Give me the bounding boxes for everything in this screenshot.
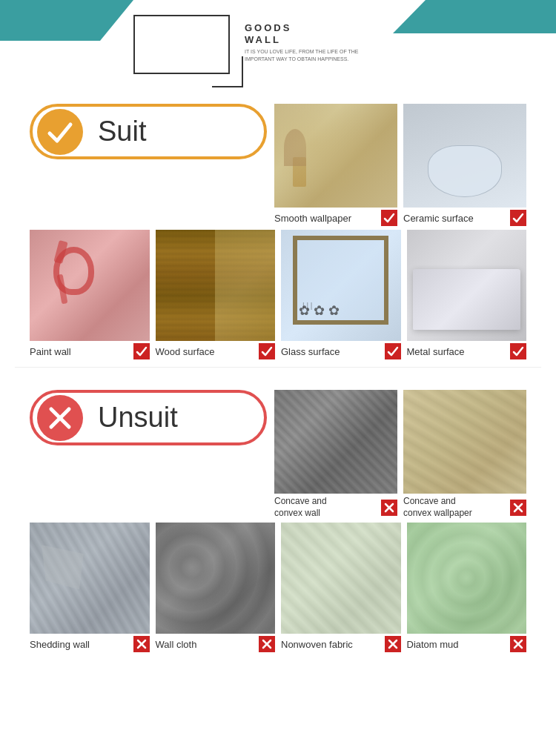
ceramic-surface-check (510, 210, 526, 226)
paint-wall-label: Paint wall (30, 346, 71, 357)
unsuit-cross-icon (37, 395, 83, 441)
suit-label: Suit (98, 116, 146, 147)
image-item-metal-surface: Metal surface (407, 230, 527, 359)
smooth-wallpaper-check (381, 210, 397, 226)
suit-badge-col: Suit (30, 104, 267, 170)
shedding-wall-cross (133, 636, 150, 652)
shedding-wall-label: Shedding wall (30, 639, 90, 650)
image-item-glass-surface: ✿ ✿ ✿ | | | Glass surface (281, 230, 401, 359)
shedding-wall-label-row: Shedding wall (30, 636, 150, 652)
concave-wallpaper-label-row: Concave andconvex wallpaper (403, 496, 526, 519)
wall-cloth-label-row: Wall cloth (156, 636, 276, 652)
concave-wall-label-row: Concave andconvex wall (274, 496, 397, 519)
nonwoven-fabric-cross (385, 636, 401, 652)
image-wall-cloth (156, 523, 276, 634)
image-nonwoven-fabric (281, 523, 401, 634)
image-item-wall-cloth: Wall cloth (156, 523, 276, 652)
image-item-concave-wall: Concave andconvex wall (274, 390, 397, 519)
nonwoven-fabric-label-row: Nonwoven fabric (281, 636, 401, 652)
brand-logo: GOODS WALL IT IS YOU LOVE LIFE, FROM THE… (245, 22, 359, 63)
unsuit-top-images: Concave andconvex wall Concave andconvex… (274, 390, 526, 519)
suit-top-images: Smooth wallpaper Ceramic surface (274, 104, 526, 226)
image-smooth-wallpaper (274, 104, 397, 208)
metal-surface-label: Metal surface (407, 346, 465, 357)
image-concave-wallpaper (403, 390, 526, 494)
section-divider (15, 367, 541, 368)
header-teal-right (393, 0, 556, 33)
brand-name: GOODS WALL (245, 22, 359, 45)
ceramic-surface-label: Ceramic surface (403, 213, 474, 224)
concave-wallpaper-label: Concave andconvex wallpaper (403, 496, 472, 519)
image-glass-surface: ✿ ✿ ✿ | | | (281, 230, 401, 341)
image-shedding-wall (30, 523, 150, 634)
image-item-nonwoven-fabric: Nonwoven fabric (281, 523, 401, 652)
image-item-smooth-wallpaper: Smooth wallpaper (274, 104, 397, 226)
suit-section: Suit Smooth wallpaper (0, 89, 556, 359)
suit-check-icon (37, 109, 83, 155)
glass-surface-label-row: Glass surface (281, 343, 401, 359)
diatom-mud-label: Diatom mud (407, 639, 459, 650)
glass-surface-check (385, 343, 401, 359)
header-frame-decoration (133, 15, 230, 74)
brand-tagline: IT IS YOU LOVE LIFE, FROM THE LIFE OF TH… (245, 48, 359, 63)
diatom-mud-label-row: Diatom mud (407, 636, 527, 652)
suit-badge: Suit (30, 104, 267, 159)
image-item-wood-surface: Wood surface (156, 230, 276, 359)
smooth-wallpaper-label: Smooth wallpaper (274, 213, 351, 224)
suit-header-row: Suit Smooth wallpaper (15, 96, 541, 230)
unsuit-badge-col: Unsuit (30, 390, 267, 457)
image-item-shedding-wall: Shedding wall (30, 523, 150, 652)
wall-cloth-cross (259, 636, 275, 652)
unsuit-bottom-row: Shedding wall Wall cloth (15, 523, 541, 652)
wood-surface-label: Wood surface (156, 346, 215, 357)
suit-bottom-row: Paint wall Wood surface (15, 230, 541, 359)
image-paint-wall (30, 230, 150, 341)
concave-wall-label: Concave andconvex wall (274, 496, 327, 519)
image-diatom-mud (407, 523, 527, 634)
image-concave-wall (274, 390, 397, 494)
image-item-diatom-mud: Diatom mud (407, 523, 527, 652)
unsuit-section: Unsuit Concave andconvex wall (0, 375, 556, 652)
image-item-paint-wall: Paint wall (30, 230, 150, 359)
image-metal-surface (407, 230, 527, 341)
wall-cloth-label: Wall cloth (156, 639, 197, 650)
image-item-concave-wallpaper: Concave andconvex wallpaper (403, 390, 526, 519)
concave-wall-cross (381, 500, 397, 516)
unsuit-badge: Unsuit (30, 390, 267, 445)
smooth-wallpaper-label-row: Smooth wallpaper (274, 210, 397, 226)
concave-wallpaper-cross (510, 500, 526, 516)
unsuit-label: Unsuit (98, 402, 178, 434)
paint-wall-check (133, 343, 150, 359)
metal-surface-check (510, 343, 526, 359)
wood-surface-check (259, 343, 275, 359)
wood-surface-label-row: Wood surface (156, 343, 276, 359)
diatom-mud-cross (510, 636, 526, 652)
glass-surface-label: Glass surface (281, 346, 340, 357)
image-ceramic-surface (403, 104, 526, 208)
paint-wall-label-row: Paint wall (30, 343, 150, 359)
nonwoven-fabric-label: Nonwoven fabric (281, 639, 353, 650)
image-wood-surface (156, 230, 276, 341)
metal-surface-label-row: Metal surface (407, 343, 527, 359)
image-item-ceramic-surface: Ceramic surface (403, 104, 526, 226)
ceramic-surface-label-row: Ceramic surface (403, 210, 526, 226)
page-header: GOODS WALL IT IS YOU LOVE LIFE, FROM THE… (0, 0, 556, 89)
unsuit-header-row: Unsuit Concave andconvex wall (15, 382, 541, 523)
header-teal-left (0, 0, 133, 41)
